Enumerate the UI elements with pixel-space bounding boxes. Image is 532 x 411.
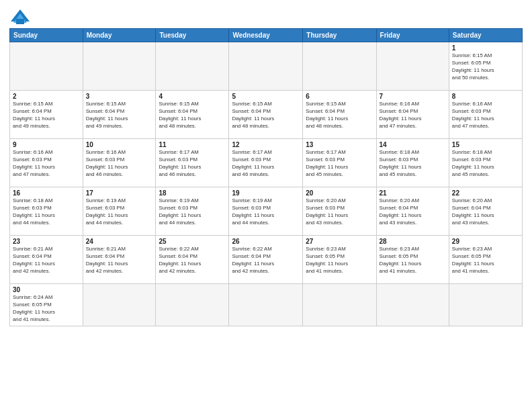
calendar-cell <box>303 284 376 326</box>
calendar-cell: 16Sunrise: 6:18 AM Sunset: 6:03 PM Dayli… <box>10 187 83 236</box>
day-number: 2 <box>13 93 80 100</box>
calendar-cell <box>83 284 156 326</box>
logo-icon <box>9 8 28 23</box>
calendar-cell: 10Sunrise: 6:16 AM Sunset: 6:03 PM Dayli… <box>83 139 156 187</box>
calendar-cell: 27Sunrise: 6:23 AM Sunset: 6:05 PM Dayli… <box>303 236 376 284</box>
svg-rect-2 <box>16 19 24 24</box>
day-info: Sunrise: 6:23 AM Sunset: 6:05 PM Dayligh… <box>452 246 519 275</box>
day-number: 23 <box>13 238 80 245</box>
day-number: 6 <box>306 93 373 100</box>
day-number: 12 <box>232 141 300 148</box>
calendar-cell: 8Sunrise: 6:16 AM Sunset: 6:03 PM Daylig… <box>449 91 522 139</box>
calendar-cell: 24Sunrise: 6:21 AM Sunset: 6:04 PM Dayli… <box>83 236 156 284</box>
calendar-week-row: 1Sunrise: 6:15 AM Sunset: 6:05 PM Daylig… <box>10 42 523 91</box>
day-info: Sunrise: 6:23 AM Sunset: 6:05 PM Dayligh… <box>380 246 446 275</box>
day-number: 21 <box>380 189 446 197</box>
calendar-cell: 15Sunrise: 6:18 AM Sunset: 6:03 PM Dayli… <box>449 139 522 187</box>
page: SundayMondayTuesdayWednesdayThursdayFrid… <box>0 0 532 411</box>
day-info: Sunrise: 6:21 AM Sunset: 6:04 PM Dayligh… <box>13 246 80 275</box>
day-number: 14 <box>380 141 446 148</box>
day-number: 19 <box>232 189 300 197</box>
calendar-cell: 25Sunrise: 6:22 AM Sunset: 6:04 PM Dayli… <box>156 236 229 284</box>
calendar-cell: 12Sunrise: 6:17 AM Sunset: 6:03 PM Dayli… <box>229 139 303 187</box>
calendar-cell <box>449 284 522 326</box>
calendar-cell: 7Sunrise: 6:16 AM Sunset: 6:04 PM Daylig… <box>376 91 449 139</box>
day-info: Sunrise: 6:18 AM Sunset: 6:03 PM Dayligh… <box>13 197 80 227</box>
calendar-week-row: 2Sunrise: 6:15 AM Sunset: 6:04 PM Daylig… <box>10 91 523 139</box>
day-number: 5 <box>232 93 300 100</box>
day-info: Sunrise: 6:19 AM Sunset: 6:03 PM Dayligh… <box>159 197 226 227</box>
day-number: 3 <box>86 93 153 100</box>
calendar-cell: 22Sunrise: 6:20 AM Sunset: 6:04 PM Dayli… <box>449 187 522 236</box>
calendar-week-row: 16Sunrise: 6:18 AM Sunset: 6:03 PM Dayli… <box>10 187 523 236</box>
day-number: 24 <box>86 238 153 245</box>
day-number: 11 <box>159 141 226 148</box>
day-number: 16 <box>13 189 80 197</box>
calendar-cell <box>10 42 83 91</box>
calendar-week-row: 23Sunrise: 6:21 AM Sunset: 6:04 PM Dayli… <box>10 236 523 284</box>
calendar-cell: 2Sunrise: 6:15 AM Sunset: 6:04 PM Daylig… <box>10 91 83 139</box>
day-info: Sunrise: 6:20 AM Sunset: 6:04 PM Dayligh… <box>452 197 519 227</box>
calendar-cell: 4Sunrise: 6:15 AM Sunset: 6:04 PM Daylig… <box>156 91 229 139</box>
day-info: Sunrise: 6:17 AM Sunset: 6:03 PM Dayligh… <box>306 149 373 179</box>
day-info: Sunrise: 6:20 AM Sunset: 6:04 PM Dayligh… <box>380 197 446 227</box>
calendar-cell: 6Sunrise: 6:15 AM Sunset: 6:04 PM Daylig… <box>303 91 376 139</box>
day-number: 25 <box>159 238 226 245</box>
day-info: Sunrise: 6:19 AM Sunset: 6:03 PM Dayligh… <box>86 197 153 227</box>
calendar-cell <box>229 284 303 326</box>
day-info: Sunrise: 6:21 AM Sunset: 6:04 PM Dayligh… <box>86 246 153 275</box>
calendar-cell: 5Sunrise: 6:15 AM Sunset: 6:04 PM Daylig… <box>229 91 303 139</box>
calendar-cell <box>376 284 449 326</box>
calendar-cell: 23Sunrise: 6:21 AM Sunset: 6:04 PM Dayli… <box>10 236 83 284</box>
day-number: 15 <box>452 141 519 148</box>
calendar-cell <box>156 42 229 91</box>
calendar-cell: 29Sunrise: 6:23 AM Sunset: 6:05 PM Dayli… <box>449 236 522 284</box>
day-number: 7 <box>380 93 446 100</box>
calendar-cell: 3Sunrise: 6:15 AM Sunset: 6:04 PM Daylig… <box>83 91 156 139</box>
day-number: 13 <box>306 141 373 148</box>
day-info: Sunrise: 6:17 AM Sunset: 6:03 PM Dayligh… <box>159 149 226 179</box>
calendar-cell <box>83 42 156 91</box>
day-info: Sunrise: 6:22 AM Sunset: 6:04 PM Dayligh… <box>159 246 226 275</box>
day-info: Sunrise: 6:20 AM Sunset: 6:03 PM Dayligh… <box>306 197 373 227</box>
day-number: 8 <box>452 93 519 100</box>
day-number: 9 <box>13 141 80 148</box>
calendar-cell <box>156 284 229 326</box>
calendar-cell: 21Sunrise: 6:20 AM Sunset: 6:04 PM Dayli… <box>376 187 449 236</box>
day-number: 1 <box>452 44 519 52</box>
weekday-header-tuesday: Tuesday <box>156 29 229 42</box>
calendar-cell: 1Sunrise: 6:15 AM Sunset: 6:05 PM Daylig… <box>449 42 522 91</box>
day-info: Sunrise: 6:15 AM Sunset: 6:04 PM Dayligh… <box>13 101 80 130</box>
weekday-header-row: SundayMondayTuesdayWednesdayThursdayFrid… <box>10 29 523 42</box>
day-number: 29 <box>452 238 519 245</box>
day-info: Sunrise: 6:15 AM Sunset: 6:04 PM Dayligh… <box>86 101 153 130</box>
weekday-header-wednesday: Wednesday <box>229 29 303 42</box>
weekday-header-thursday: Thursday <box>303 29 376 42</box>
weekday-header-monday: Monday <box>83 29 156 42</box>
calendar-cell <box>229 42 303 91</box>
day-info: Sunrise: 6:18 AM Sunset: 6:03 PM Dayligh… <box>452 149 519 179</box>
day-number: 22 <box>452 189 519 197</box>
day-number: 10 <box>86 141 153 148</box>
day-info: Sunrise: 6:22 AM Sunset: 6:04 PM Dayligh… <box>232 246 300 275</box>
day-number: 28 <box>380 238 446 245</box>
day-info: Sunrise: 6:17 AM Sunset: 6:03 PM Dayligh… <box>232 149 300 179</box>
weekday-header-sunday: Sunday <box>10 29 83 42</box>
calendar-cell: 19Sunrise: 6:19 AM Sunset: 6:03 PM Dayli… <box>229 187 303 236</box>
day-number: 18 <box>159 189 226 197</box>
day-info: Sunrise: 6:16 AM Sunset: 6:03 PM Dayligh… <box>452 101 519 130</box>
day-number: 17 <box>86 189 153 197</box>
calendar-cell: 28Sunrise: 6:23 AM Sunset: 6:05 PM Dayli… <box>376 236 449 284</box>
day-info: Sunrise: 6:16 AM Sunset: 6:03 PM Dayligh… <box>86 149 153 179</box>
calendar-table: SundayMondayTuesdayWednesdayThursdayFrid… <box>9 28 523 326</box>
day-number: 30 <box>13 286 80 293</box>
calendar-week-row: 9Sunrise: 6:16 AM Sunset: 6:03 PM Daylig… <box>10 139 523 187</box>
day-info: Sunrise: 6:15 AM Sunset: 6:04 PM Dayligh… <box>306 101 373 130</box>
header <box>9 8 523 23</box>
day-info: Sunrise: 6:15 AM Sunset: 6:04 PM Dayligh… <box>232 101 300 130</box>
day-number: 20 <box>306 189 373 197</box>
logo <box>9 8 31 23</box>
weekday-header-friday: Friday <box>376 29 449 42</box>
weekday-header-saturday: Saturday <box>449 29 522 42</box>
calendar-cell: 17Sunrise: 6:19 AM Sunset: 6:03 PM Dayli… <box>83 187 156 236</box>
